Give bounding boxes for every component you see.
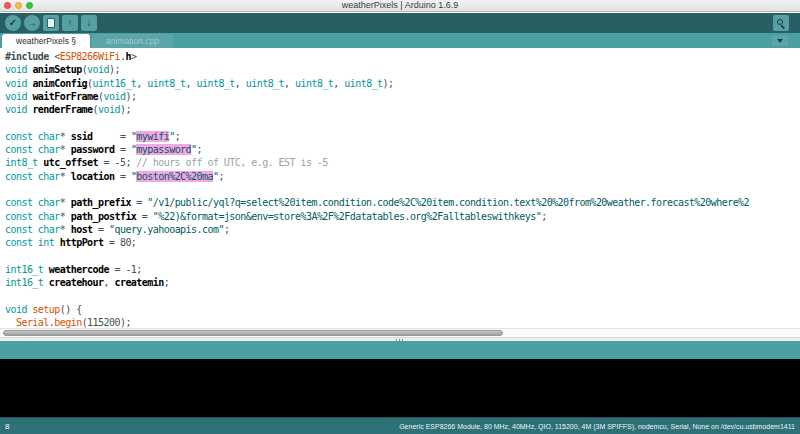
minimize-window-button[interactable] [15, 2, 22, 9]
upload-button[interactable]: → [24, 15, 40, 31]
code-line: void waitForFrame(void); [5, 91, 800, 104]
document-icon [47, 18, 55, 28]
code-line [5, 250, 800, 263]
code-line: int16_t createhour, createmin; [5, 277, 800, 290]
tab-list-dropdown-button[interactable] [772, 36, 788, 46]
horizontal-scrollbar-thumb[interactable] [3, 330, 503, 336]
title-bar: weatherPixels | Arduino 1.6.9 [0, 0, 800, 12]
code-line: int8_t utc_offset = -5; // hours off of … [5, 157, 800, 170]
arrow-up-icon: ↑ [68, 18, 73, 28]
new-sketch-button[interactable] [43, 15, 59, 31]
bottom-status-bar: 8 Generic ESP8266 Module, 80 MHz, 40MHz,… [0, 417, 800, 434]
current-line-number: 8 [5, 422, 9, 431]
code-line: int16_t weathercode = -1; [5, 264, 800, 277]
code-line: void renderFrame(void); [5, 104, 800, 117]
tab-bar: weatherPixels §animation.cpp [0, 33, 800, 48]
code-line [5, 117, 800, 130]
code-area: #include <ESP8266WiFi.h>void animSetup(v… [0, 48, 800, 328]
code-line: const char* path_prefix = "/v1/public/yq… [5, 197, 800, 210]
horizontal-scrollbar[interactable] [0, 328, 800, 337]
code-line: #include <ESP8266WiFi.h> [5, 51, 800, 64]
magnifier-icon [777, 19, 785, 27]
chevron-down-icon [777, 39, 783, 43]
code-line: const char* path_postfix = "%22)&format=… [5, 211, 800, 224]
toolbar: ✓ → ↑ ↓ [0, 13, 800, 33]
verify-button[interactable]: ✓ [5, 15, 21, 31]
code-editor[interactable]: #include <ESP8266WiFi.h>void animSetup(v… [0, 48, 800, 328]
code-line: Serial.begin(115200); [5, 317, 800, 328]
code-line: const char* location = "boston%2C%20ma"; [5, 171, 800, 184]
arrow-down-icon: ↓ [87, 18, 92, 28]
code-line: const int httpPort = 80; [5, 237, 800, 250]
code-line: void animSetup(void); [5, 64, 800, 77]
tabs-container: weatherPixels §animation.cpp [0, 33, 175, 48]
code-line: void animConfig(uint16_t, uint8_t, uint8… [5, 78, 800, 91]
arduino-ide-window: weatherPixels | Arduino 1.6.9 ✓ → ↑ ↓ we… [0, 0, 800, 434]
code-line [5, 290, 800, 303]
arrow-right-icon: → [27, 18, 37, 28]
check-icon: ✓ [9, 18, 17, 28]
zoom-window-button[interactable] [26, 2, 33, 9]
board-port-info: Generic ESP8266 Module, 80 MHz, 40MHz, Q… [399, 423, 795, 430]
code-line: void setup() { [5, 304, 800, 317]
tab-weatherpixels[interactable]: weatherPixels § [2, 34, 90, 48]
console-output [0, 359, 800, 417]
status-message-strip [0, 341, 800, 359]
window-title: weatherPixels | Arduino 1.6.9 [0, 0, 800, 11]
serial-monitor-button[interactable] [773, 15, 789, 31]
code-line: const char* ssid = "mywifi"; [5, 131, 800, 144]
save-button[interactable]: ↓ [81, 15, 97, 31]
tab-animation-cpp[interactable]: animation.cpp [92, 34, 173, 48]
open-button[interactable]: ↑ [62, 15, 78, 31]
code-line [5, 184, 800, 197]
code-line: const char* host = "query.yahooapis.com"… [5, 224, 800, 237]
close-window-button[interactable] [4, 2, 11, 9]
code-line: const char* password = "mypassword"; [5, 144, 800, 157]
